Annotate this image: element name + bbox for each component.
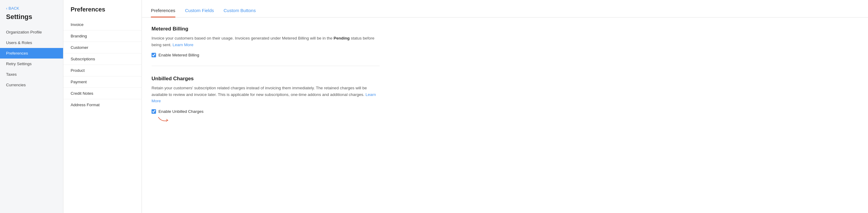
metered-billing-desc: Invoice your customers based on their us… xyxy=(152,35,380,48)
sidebar-item-org-profile[interactable]: Organization Profile xyxy=(0,27,63,37)
content-area: Metered Billing Invoice your customers b… xyxy=(142,18,389,151)
sidebar-item-users-roles[interactable]: Users & Roles xyxy=(0,37,63,48)
metered-billing-section: Metered Billing Invoice your customers b… xyxy=(152,26,380,66)
mid-nav-title: Preferences xyxy=(63,6,142,19)
unbilled-charges-section: Unbilled Charges Retain your customers' … xyxy=(152,76,380,133)
mid-nav-item-product[interactable]: Product xyxy=(63,65,142,76)
unbilled-charges-checkbox-label: Enable Unbilled Charges xyxy=(158,109,204,114)
unbilled-charges-desc-text: Retain your customers' subscription rela… xyxy=(152,86,367,97)
mid-nav-item-customer[interactable]: Customer xyxy=(63,42,142,53)
mid-nav-item-invoice[interactable]: Invoice xyxy=(63,19,142,30)
sidebar: ‹ BACK Settings Organization Profile Use… xyxy=(0,0,63,213)
unbilled-charges-title: Unbilled Charges xyxy=(152,76,380,82)
unbilled-charges-desc: Retain your customers' subscription rela… xyxy=(152,85,380,104)
mid-nav-item-payment[interactable]: Payment xyxy=(63,76,142,88)
sidebar-item-preferences[interactable]: Preferences xyxy=(0,48,63,59)
sidebar-item-retry-settings[interactable]: Retry Settings xyxy=(0,59,63,69)
tab-preferences[interactable]: Preferences xyxy=(151,5,175,18)
back-chevron-icon: ‹ xyxy=(6,6,7,10)
mid-nav-item-credit-notes[interactable]: Credit Notes xyxy=(63,88,142,99)
mid-nav-item-subscriptions[interactable]: Subscriptions xyxy=(63,53,142,65)
unbilled-charges-checkbox[interactable] xyxy=(152,109,156,114)
back-label: BACK xyxy=(8,6,19,10)
sidebar-item-taxes[interactable]: Taxes xyxy=(0,69,63,80)
mid-nav: Preferences Invoice Branding Customer Su… xyxy=(63,0,142,213)
main-content: Preferences Custom Fields Custom Buttons… xyxy=(142,0,868,213)
sidebar-title: Settings xyxy=(0,13,63,27)
metered-billing-pending-text: Pending xyxy=(334,36,349,40)
sidebar-item-currencies[interactable]: Currencies xyxy=(0,80,63,90)
metered-billing-title: Metered Billing xyxy=(152,26,380,32)
metered-billing-checkbox[interactable] xyxy=(152,53,156,57)
metered-billing-checkbox-row: Enable Metered Billing xyxy=(152,53,380,57)
metered-billing-checkbox-label: Enable Metered Billing xyxy=(158,53,199,57)
metered-billing-learn-more[interactable]: Learn More xyxy=(173,42,193,47)
metered-billing-desc-text1: Invoice your customers based on their us… xyxy=(152,36,334,40)
tab-custom-fields[interactable]: Custom Fields xyxy=(185,5,214,18)
mid-nav-item-branding[interactable]: Branding xyxy=(63,30,142,42)
arrow-annotation xyxy=(156,116,380,125)
red-arrow-icon xyxy=(156,116,172,124)
tabs-bar: Preferences Custom Fields Custom Buttons xyxy=(142,0,868,18)
mid-nav-item-address-format[interactable]: Address Format xyxy=(63,99,142,111)
back-button[interactable]: ‹ BACK xyxy=(0,5,63,13)
tab-custom-buttons[interactable]: Custom Buttons xyxy=(224,5,256,18)
unbilled-charges-checkbox-row: Enable Unbilled Charges xyxy=(152,109,380,114)
